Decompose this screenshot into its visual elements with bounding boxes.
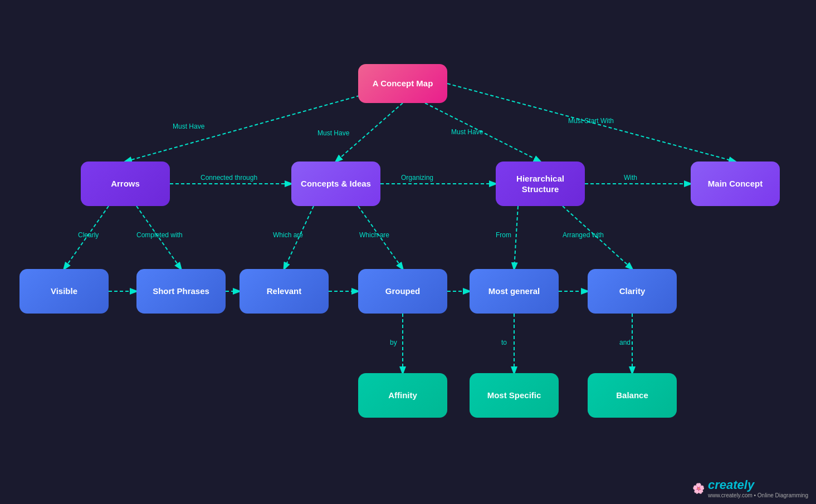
node-concept-map: A Concept Map [358, 64, 447, 103]
diagram-container: Must Have Must Have Must Have Must Start… [0, 0, 816, 504]
node-affinity: Affinity [358, 373, 447, 418]
label-must-have-left: Must Have [173, 123, 204, 130]
svg-line-7 [64, 206, 109, 269]
svg-line-11 [514, 206, 518, 269]
svg-line-2 [425, 103, 540, 162]
svg-line-10 [358, 206, 403, 269]
node-most-specific: Most Specific [470, 373, 559, 418]
node-relevant: Relevant [240, 269, 329, 314]
label-organizing: Organizing [401, 174, 433, 182]
node-most-general: Most general [470, 269, 559, 314]
svg-line-8 [136, 206, 181, 269]
label-which-are-left: Which are [273, 231, 303, 239]
label-must-have-center: Must Have [317, 129, 349, 137]
label-completed-with: Completed with [136, 231, 183, 239]
node-short-phrases: Short Phrases [136, 269, 226, 314]
watermark-url: www.creately.com • Online Diagramming [708, 492, 808, 498]
label-which-are-right: Which are [359, 231, 389, 239]
node-arrows: Arrows [81, 162, 170, 206]
label-must-have-right: Must Have [451, 128, 483, 136]
svg-line-9 [284, 206, 314, 269]
svg-line-12 [563, 206, 632, 269]
node-grouped: Grouped [358, 269, 447, 314]
node-main-concept: Main Concept [691, 162, 780, 206]
label-by: by [390, 339, 397, 346]
node-clarity: Clarity [588, 269, 677, 314]
node-balance: Balance [588, 373, 677, 418]
label-to: to [501, 339, 507, 346]
label-connected-through: Connected through [201, 174, 257, 182]
label-arranged-with: Arranged with [563, 231, 604, 239]
svg-line-3 [447, 84, 735, 162]
label-must-start-with: Must Start With [568, 117, 614, 125]
watermark: 🌸 creately www.creately.com • Online Dia… [692, 478, 808, 498]
label-and: and [619, 339, 631, 346]
label-clearly: Clearly [78, 231, 99, 239]
label-with: With [624, 174, 637, 182]
svg-line-1 [336, 103, 403, 162]
node-hierarchical: Hierarchical Structure [496, 162, 585, 206]
watermark-logo: creately [708, 478, 808, 492]
node-visible: Visible [19, 269, 109, 314]
label-from: From [496, 231, 511, 239]
node-concepts-ideas: Concepts & Ideas [291, 162, 380, 206]
